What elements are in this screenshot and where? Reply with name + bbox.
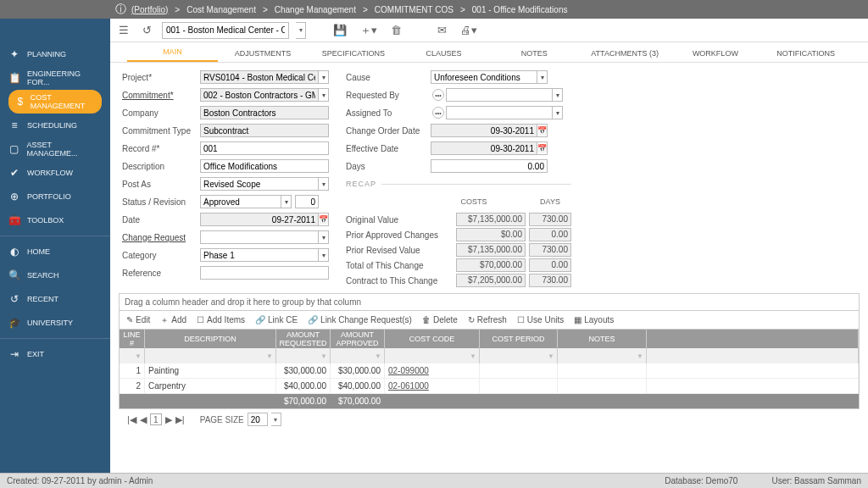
cod-pick[interactable]: 📅	[537, 124, 548, 137]
gf-desc[interactable]: ▼	[145, 348, 276, 363]
gh-aapp[interactable]: AMOUNT APPROVED	[331, 330, 385, 348]
chgreq-drop[interactable]: ▾	[319, 230, 329, 244]
category-field[interactable]	[200, 248, 319, 262]
nav-university[interactable]: 🎓UNIVERSITY	[0, 311, 110, 335]
gt-edit[interactable]: ✎Edit	[126, 315, 150, 324]
postas-drop[interactable]: ▾	[319, 177, 329, 191]
print-icon[interactable]: 🖨▾	[457, 24, 481, 36]
pgr-last[interactable]: ▶|	[175, 414, 185, 425]
table-row[interactable]: 2Carpentry$40,000.00$40,000.0002-061000	[120, 379, 859, 394]
project-field[interactable]	[200, 70, 319, 84]
gt-linkcr[interactable]: 🔗Link Change Request(s)	[308, 315, 412, 324]
ref-field[interactable]	[200, 266, 329, 280]
reqby-field[interactable]	[446, 88, 553, 102]
nav-search[interactable]: 🔍SEARCH	[0, 263, 110, 287]
nav-engineering-for-[interactable]: 📋ENGINEERING FOR...	[0, 66, 110, 90]
gh-line[interactable]: LINE #	[120, 330, 145, 348]
status-field[interactable]	[200, 195, 281, 208]
gf-aapp[interactable]: ▼	[331, 348, 385, 363]
tab-clauses[interactable]: CLAUSES	[398, 49, 489, 62]
tab-main[interactable]: MAIN	[127, 47, 218, 62]
gf-cp[interactable]: ▼	[480, 348, 558, 363]
eff-field[interactable]	[431, 141, 537, 155]
gt-useunits[interactable]: ☐Use Units	[517, 315, 564, 324]
email-icon[interactable]: ✉	[434, 24, 450, 36]
gh-cc[interactable]: COST CODE	[385, 330, 480, 348]
add-icon[interactable]: ＋▾	[357, 23, 381, 38]
gt-add[interactable]: ＋Add	[160, 314, 186, 326]
nav-planning[interactable]: ✦PLANNING	[0, 42, 110, 66]
tab-adjustments[interactable]: ADJUSTMENTS	[218, 49, 309, 62]
gf-cc[interactable]: ▼	[385, 348, 480, 363]
nav-asset-manageme-[interactable]: ▢ASSET MANAGEME...	[0, 137, 110, 161]
gf-notes[interactable]: ▼	[558, 348, 647, 363]
gt-additems[interactable]: ☐Add Items	[197, 315, 245, 324]
tab-attachments-[interactable]: ATTACHMENTS (3)	[580, 49, 670, 62]
pgr-prev[interactable]: ◀	[140, 414, 147, 425]
bc-1[interactable]: Cost Management	[186, 5, 256, 14]
info-icon[interactable]: ⓘ	[115, 2, 126, 17]
tab-notifications[interactable]: NOTIFICATIONS	[760, 49, 851, 62]
gh-cp[interactable]: COST PERIOD	[480, 330, 558, 348]
gt-refresh[interactable]: ↻Refresh	[468, 315, 507, 324]
eff-pick[interactable]: 📅	[537, 141, 548, 155]
nav-cost-management[interactable]: $COST MANAGEMENT	[0, 90, 110, 114]
list-icon[interactable]: ☰	[115, 24, 132, 36]
commitment-drop[interactable]: ▾	[319, 88, 329, 102]
cause-field[interactable]	[431, 70, 537, 84]
history-icon[interactable]: ↺	[139, 24, 155, 36]
cod-field[interactable]	[431, 124, 537, 137]
save-icon[interactable]: 💾	[330, 24, 350, 36]
gt-delete[interactable]: 🗑Delete	[422, 315, 458, 324]
table-row[interactable]: 1Painting$30,000.00$30,000.0002-099000	[120, 363, 859, 379]
date-field[interactable]	[200, 213, 319, 226]
pgr-page[interactable]: 1	[150, 413, 162, 425]
nav-home[interactable]: ◐HOME	[0, 240, 110, 263]
revision-field[interactable]	[295, 195, 319, 208]
date-pick[interactable]: 📅	[319, 213, 329, 226]
page-size-drop[interactable]: ▾	[271, 413, 281, 426]
gt-layouts[interactable]: ▦Layouts	[574, 315, 614, 324]
bc-2[interactable]: Change Management	[275, 5, 356, 14]
postas-field[interactable]	[200, 177, 319, 191]
status-drop[interactable]: ▾	[281, 195, 292, 208]
gh-areq[interactable]: AMOUNT REQUESTED	[276, 330, 331, 348]
nav-scheduling[interactable]: ≡SCHEDULING	[0, 114, 110, 137]
bc-4[interactable]: 001 - Office Modifications	[472, 5, 568, 14]
record-field[interactable]	[200, 141, 329, 155]
nav-recent[interactable]: ↺RECENT	[0, 287, 110, 311]
delete-icon[interactable]: 🗑	[387, 24, 405, 36]
gf-line[interactable]: ▼	[120, 348, 145, 363]
pgr-next[interactable]: ▶	[165, 414, 172, 425]
gh-notes[interactable]: NOTES	[558, 330, 647, 348]
tab-specifications[interactable]: SPECIFICATIONS	[309, 49, 399, 62]
pgr-first[interactable]: |◀	[127, 414, 136, 425]
nav-toolbox[interactable]: 🧰TOOLBOX	[0, 208, 110, 232]
gf-areq[interactable]: ▼	[276, 348, 331, 363]
tab-notes[interactable]: NOTES	[489, 49, 580, 62]
nav-workflow[interactable]: ✔WORKFLOW	[0, 161, 110, 185]
project-selector-drop[interactable]: ▾	[296, 22, 306, 39]
project-selector[interactable]	[162, 22, 289, 39]
reqby-pick[interactable]: •••	[432, 89, 444, 101]
days-field[interactable]	[431, 159, 548, 173]
gh-desc[interactable]: DESCRIPTION	[145, 330, 276, 348]
assto-pick[interactable]: •••	[432, 107, 444, 119]
lbl-chgreq[interactable]: Change Request	[122, 233, 200, 242]
bc-3[interactable]: COMMITMENT COS	[375, 5, 453, 14]
chgreq-field[interactable]	[200, 230, 319, 244]
nav-exit[interactable]: ⇥EXIT	[0, 342, 110, 366]
assto-drop[interactable]: ▾	[553, 106, 563, 119]
project-drop[interactable]: ▾	[319, 70, 329, 84]
cause-drop[interactable]: ▾	[537, 70, 548, 84]
nav-portfolio[interactable]: ⊕PORTFOLIO	[0, 185, 110, 208]
page-size-field[interactable]	[248, 413, 268, 426]
tab-workflow[interactable]: WORKFLOW	[670, 49, 761, 62]
gt-linkce[interactable]: 🔗Link CE	[255, 315, 298, 324]
reqby-drop[interactable]: ▾	[553, 88, 563, 102]
grid-group-hint[interactable]: Drag a column header and drop it here to…	[120, 294, 859, 311]
category-drop[interactable]: ▾	[319, 248, 329, 262]
lbl-commitment[interactable]: Commitment	[122, 91, 200, 100]
commitment-field[interactable]	[200, 88, 319, 102]
bc-0[interactable]: (Portfolio)	[131, 5, 168, 14]
